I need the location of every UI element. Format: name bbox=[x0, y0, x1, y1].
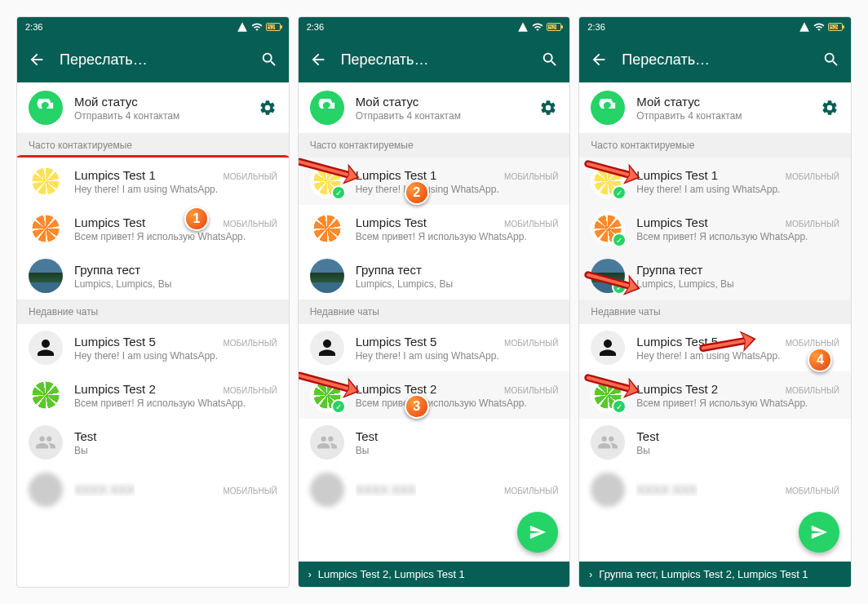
contact-tag: МОБИЛЬНЫЙ bbox=[504, 220, 558, 229]
contact-name: Lumpics Test 1 bbox=[74, 168, 156, 182]
contact-row-c1[interactable]: ✓Lumpics Test 1МОБИЛЬНЫЙHey there! I am … bbox=[17, 158, 289, 205]
contact-tag: МОБИЛЬНЫЙ bbox=[504, 386, 558, 395]
contact-tag: МОБИЛЬНЫЙ bbox=[223, 386, 277, 395]
gear-icon[interactable] bbox=[538, 98, 558, 118]
contact-name: Lumpics Test 5 bbox=[74, 335, 156, 349]
status-time: 2:36 bbox=[307, 22, 324, 32]
chevron-right-icon: › bbox=[308, 569, 312, 580]
contact-row-c2[interactable]: ✓Lumpics TestМОБИЛЬНЫЙВсем привет! Я исп… bbox=[17, 205, 289, 252]
section-frequent: Часто контактируемые bbox=[579, 133, 851, 158]
contact-sub: Hey there! I am using WhatsApp. bbox=[636, 350, 839, 362]
contact-sub: Hey there! I am using WhatsApp. bbox=[636, 184, 839, 195]
contact-name: Lumpics Test 2 bbox=[636, 382, 718, 396]
contact-sub: Hey there! I am using WhatsApp. bbox=[74, 184, 277, 195]
gear-icon[interactable] bbox=[258, 98, 277, 118]
contact-tag: МОБИЛЬНЫЙ bbox=[504, 486, 558, 495]
contact-sub: Вы bbox=[74, 445, 277, 456]
status-icons: 520 bbox=[517, 21, 561, 33]
my-status-row[interactable]: Мой статус Отправить 4 контактам bbox=[579, 82, 851, 133]
contact-name: XXXX XXX bbox=[74, 482, 135, 496]
back-icon[interactable] bbox=[27, 50, 46, 69]
my-status-row[interactable]: Мой статус Отправить 4 контактам bbox=[299, 82, 570, 133]
my-status-title: Мой статус bbox=[74, 95, 246, 109]
send-fab[interactable] bbox=[799, 512, 839, 553]
contact-row-c4[interactable]: ✓Lumpics Test 5МОБИЛЬНЫЙHey there! I am … bbox=[579, 324, 851, 371]
my-status-title: Мой статус bbox=[356, 95, 528, 109]
contact-row-c1[interactable]: ✓Lumpics Test 1МОБИЛЬНЫЙHey there! I am … bbox=[299, 158, 570, 205]
app-header: Переслать… bbox=[579, 37, 851, 82]
status-refresh-icon bbox=[591, 91, 625, 125]
selection-footer: ›Lumpics Test 2, Lumpics Test 1 bbox=[299, 562, 570, 587]
contact-row-c3[interactable]: ✓Группа тестLumpics, Lumpics, Вы bbox=[579, 252, 851, 300]
contact-row-cblur[interactable]: ✓XXXX XXXМОБИЛЬНЫЙ bbox=[579, 466, 851, 513]
section-recent: Недавние чаты bbox=[17, 300, 289, 324]
contact-row-c2[interactable]: ✓Lumpics TestМОБИЛЬНЫЙВсем привет! Я исп… bbox=[299, 205, 570, 252]
contact-row-c4[interactable]: ✓Lumpics Test 5МОБИЛЬНЫЙHey there! I am … bbox=[17, 324, 289, 371]
contact-sub: Вы bbox=[356, 445, 559, 456]
footer-text: Группа тест, Lumpics Test 2, Lumpics Tes… bbox=[599, 568, 808, 580]
status-bar: 2:36 520 bbox=[17, 17, 289, 37]
contact-row-c2[interactable]: ✓Lumpics TestМОБИЛЬНЫЙВсем привет! Я исп… bbox=[579, 205, 851, 252]
header-title: Переслать… bbox=[60, 51, 246, 69]
contact-name: Test bbox=[356, 429, 379, 443]
back-icon[interactable] bbox=[308, 50, 328, 69]
section-recent: Недавние чаты bbox=[299, 300, 570, 324]
contact-row-c5[interactable]: ✓Lumpics Test 2МОБИЛЬНЫЙВсем привет! Я и… bbox=[579, 371, 851, 419]
my-status-subtitle: Отправить 4 контактам bbox=[636, 110, 808, 122]
contact-row-c6[interactable]: ✓TestВы bbox=[299, 419, 570, 466]
contact-row-c4[interactable]: ✓Lumpics Test 5МОБИЛЬНЫЙHey there! I am … bbox=[299, 324, 570, 371]
search-icon[interactable] bbox=[822, 50, 841, 69]
contact-row-c6[interactable]: ✓TestВы bbox=[579, 419, 851, 466]
search-icon[interactable] bbox=[259, 50, 279, 69]
gear-icon[interactable] bbox=[820, 98, 839, 118]
my-status-subtitle: Отправить 4 контактам bbox=[74, 110, 246, 122]
contact-name: XXXX XXX bbox=[636, 482, 697, 496]
contact-row-c6[interactable]: ✓TestВы bbox=[17, 419, 289, 466]
contact-sub: Вы bbox=[636, 445, 839, 456]
send-fab[interactable] bbox=[517, 512, 558, 553]
contact-row-c1[interactable]: ✓Lumpics Test 1МОБИЛЬНЫЙHey there! I am … bbox=[579, 158, 851, 205]
contact-sub: Lumpics, Lumpics, Вы bbox=[356, 278, 559, 290]
contact-row-c5[interactable]: ✓Lumpics Test 2МОБИЛЬНЫЙВсем привет! Я и… bbox=[299, 371, 570, 419]
contact-row-cblur[interactable]: ✓XXXX XXXМОБИЛЬНЫЙ bbox=[17, 466, 289, 513]
back-icon[interactable] bbox=[589, 50, 609, 69]
app-header: Переслать… bbox=[17, 37, 289, 82]
contact-sub: Hey there! I am using WhatsApp. bbox=[74, 350, 277, 362]
contact-sub: Всем привет! Я использую WhatsApp. bbox=[356, 231, 559, 242]
contact-tag: МОБИЛЬНЫЙ bbox=[786, 339, 839, 348]
contact-tag: МОБИЛЬНЫЙ bbox=[223, 339, 277, 348]
contact-name: Test bbox=[636, 429, 659, 443]
status-icons: 520 bbox=[237, 21, 281, 33]
contact-tag: МОБИЛЬНЫЙ bbox=[223, 220, 277, 229]
contact-name: Группа тест bbox=[74, 263, 140, 277]
contact-sub: Hey there! I am using WhatsApp. bbox=[356, 184, 559, 195]
contact-row-c5[interactable]: ✓Lumpics Test 2МОБИЛЬНЫЙВсем привет! Я и… bbox=[17, 371, 289, 419]
status-icons: 520 bbox=[799, 21, 843, 33]
status-time: 2:36 bbox=[587, 22, 604, 32]
contact-name: Lumpics Test 2 bbox=[356, 382, 437, 396]
phone-screen-1: 2:36 520 Переслать… Мой статус Отправить… bbox=[16, 16, 290, 588]
my-status-title: Мой статус bbox=[636, 95, 808, 109]
status-bar: 2:36 520 bbox=[299, 17, 570, 37]
contact-name: Lumpics Test 5 bbox=[636, 335, 718, 349]
contact-name: Группа тест bbox=[356, 263, 422, 277]
contact-sub: Всем привет! Я использую WhatsApp. bbox=[74, 231, 277, 242]
search-icon[interactable] bbox=[540, 50, 560, 69]
contact-row-cblur[interactable]: ✓XXXX XXXМОБИЛЬНЫЙ bbox=[299, 466, 570, 513]
contact-name: Lumpics Test 1 bbox=[356, 168, 437, 182]
contact-name: Lumpics Test bbox=[74, 215, 145, 229]
contact-name: Lumpics Test 1 bbox=[636, 168, 718, 182]
selection-footer: ›Группа тест, Lumpics Test 2, Lumpics Te… bbox=[579, 562, 851, 587]
my-status-row[interactable]: Мой статус Отправить 4 контактам bbox=[17, 82, 289, 133]
section-frequent: Часто контактируемые bbox=[17, 133, 289, 158]
contact-name: XXXX XXX bbox=[356, 482, 416, 496]
status-bar: 2:36 520 bbox=[579, 17, 851, 37]
contact-row-c3[interactable]: ✓Группа тестLumpics, Lumpics, Вы bbox=[299, 252, 570, 300]
contact-row-c3[interactable]: ✓Группа тестLumpics, Lumpics, Вы bbox=[17, 252, 289, 300]
contact-sub: Всем привет! Я использую WhatsApp. bbox=[74, 397, 277, 409]
contact-sub: Lumpics, Lumpics, Вы bbox=[74, 278, 277, 290]
phone-screen-2: 2:36 520 Переслать… Мой статус Отправить… bbox=[298, 16, 571, 588]
status-refresh-icon bbox=[310, 91, 344, 125]
header-title: Переслать… bbox=[622, 51, 808, 69]
contact-tag: МОБИЛЬНЫЙ bbox=[223, 172, 277, 181]
